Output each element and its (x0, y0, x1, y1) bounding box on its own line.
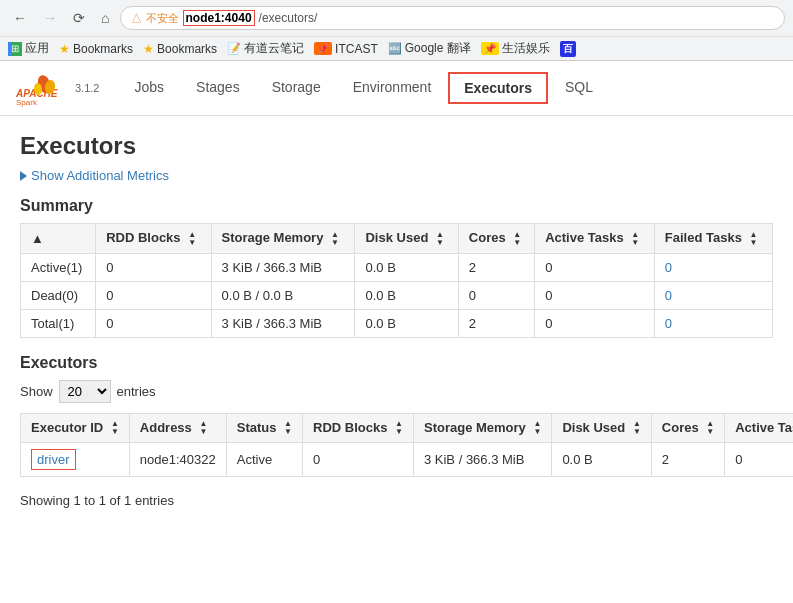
col-cores[interactable]: Cores ▲▼ (651, 413, 724, 443)
executor-id-link[interactable]: driver (31, 449, 76, 470)
executor-row: driver node1:40322 Active 0 3 KiB / 366.… (21, 443, 794, 477)
row-cores: 2 (458, 309, 534, 337)
row-storage: 3 KiB / 366.3 MiB (211, 309, 355, 337)
col-storage-label: Storage Memory (222, 230, 324, 245)
nav-environment[interactable]: Environment (338, 72, 447, 104)
bookmark-google-translate[interactable]: 🔤 Google 翻译 (388, 40, 471, 57)
bookmark-itcast[interactable]: 📌 ITCAST (314, 42, 378, 56)
security-warning: △ 不安全 (131, 11, 178, 26)
summary-col-storage[interactable]: Storage Memory ▲▼ (211, 224, 355, 254)
summary-row-total: Total(1) 0 3 KiB / 366.3 MiB 0.0 B 2 0 0 (21, 309, 773, 337)
bookmark-label: 有道云笔记 (244, 40, 304, 57)
bookmark-label: Google 翻译 (405, 40, 471, 57)
bookmark-label: ITCAST (335, 42, 378, 56)
executor-status: Active (226, 443, 302, 477)
executors-table: Executor ID ▲▼ Address ▲▼ Status ▲▼ RDD … (20, 413, 793, 478)
bookmark-bm2[interactable]: ★ Bookmarks (143, 42, 217, 56)
executor-id-cell[interactable]: driver (21, 443, 130, 477)
nav-stages[interactable]: Stages (181, 72, 255, 104)
executor-disk: 0.0 B (552, 443, 651, 477)
summary-col-cores[interactable]: Cores ▲▼ (458, 224, 534, 254)
row-label: Active(1) (21, 253, 96, 281)
row-failed-tasks: 0 (654, 309, 772, 337)
forward-button[interactable]: → (38, 8, 62, 28)
address-bar[interactable]: △ 不安全 node1:4040 /executors/ (120, 6, 785, 30)
spark-version: 3.1.2 (75, 82, 99, 94)
summary-col-active[interactable]: Active Tasks ▲▼ (535, 224, 655, 254)
bookmark-baidu[interactable]: 百 (560, 41, 576, 57)
col-address-label: Address (140, 420, 192, 435)
bookmarks-bar: ⊞ 应用 ★ Bookmarks ★ Bookmarks 📝 有道云笔记 📌 I… (0, 36, 793, 60)
row-failed-tasks: 0 (654, 253, 772, 281)
browser-chrome: ← → ⟳ ⌂ △ 不安全 node1:4040 /executors/ ⊞ 应… (0, 0, 793, 61)
entries-select[interactable]: 20 50 100 (59, 380, 111, 403)
summary-col-disk[interactable]: Disk Used ▲▼ (355, 224, 458, 254)
col-active-label: Active Tasks (735, 420, 793, 435)
bookmark-youdao[interactable]: 📝 有道云笔记 (227, 40, 304, 57)
summary-row-dead: Dead(0) 0 0.0 B / 0.0 B 0.0 B 0 0 0 (21, 281, 773, 309)
col-rdd-blocks[interactable]: RDD Blocks ▲▼ (303, 413, 414, 443)
sort-arrows-active: ▲▼ (631, 231, 639, 247)
col-status[interactable]: Status ▲▼ (226, 413, 302, 443)
spark-logo: APACHE Spark 3.1.2 (16, 69, 99, 107)
row-active-tasks: 0 (535, 309, 655, 337)
nav-executors[interactable]: Executors (448, 72, 548, 104)
bookmark-bm1[interactable]: ★ Bookmarks (59, 42, 133, 56)
row-cores: 2 (458, 253, 534, 281)
bookmark-label: 生活娱乐 (502, 40, 550, 57)
col-disk-used[interactable]: Disk Used ▲▼ (552, 413, 651, 443)
row-disk: 0.0 B (355, 309, 458, 337)
row-failed-tasks: 0 (654, 281, 772, 309)
svg-text:Spark: Spark (16, 98, 38, 107)
summary-table: ▲ RDD Blocks ▲▼ Storage Memory ▲▼ Disk U… (20, 223, 773, 338)
row-cores: 0 (458, 281, 534, 309)
executors-section: Executors Show 20 50 100 entries Executo… (20, 354, 773, 509)
show-additional-metrics-link[interactable]: Show Additional Metrics (20, 168, 169, 183)
col-storage-memory[interactable]: Storage Memory ▲▼ (413, 413, 551, 443)
bookmark-apps[interactable]: ⊞ 应用 (8, 40, 49, 57)
sort-arrows-cores-exec: ▲▼ (706, 420, 714, 436)
executor-storage: 3 KiB / 366.3 MiB (413, 443, 551, 477)
sort-arrows-disk: ▲▼ (436, 231, 444, 247)
col-active-tasks[interactable]: Active Tasks ▲▼ (725, 413, 793, 443)
row-disk: 0.0 B (355, 253, 458, 281)
summary-col-rdd[interactable]: RDD Blocks ▲▼ (96, 224, 211, 254)
col-executor-id[interactable]: Executor ID ▲▼ (21, 413, 130, 443)
summary-title: Summary (20, 197, 773, 215)
row-rdd: 0 (96, 281, 211, 309)
summary-col-failed[interactable]: Failed Tasks ▲▼ (654, 224, 772, 254)
executor-cores: 2 (651, 443, 724, 477)
summary-row-active: Active(1) 0 3 KiB / 366.3 MiB 0.0 B 2 0 … (21, 253, 773, 281)
row-rdd: 0 (96, 309, 211, 337)
executor-rdd: 0 (303, 443, 414, 477)
summary-header-row: ▲ RDD Blocks ▲▼ Storage Memory ▲▼ Disk U… (21, 224, 773, 254)
row-disk: 0.0 B (355, 281, 458, 309)
row-storage: 3 KiB / 366.3 MiB (211, 253, 355, 281)
summary-col-label[interactable]: ▲ (21, 224, 96, 254)
sort-arrows-status: ▲▼ (284, 420, 292, 436)
show-entries-control: Show 20 50 100 entries (20, 380, 773, 403)
bookmark-label: 应用 (25, 40, 49, 57)
bookmark-entertainment[interactable]: 📌 生活娱乐 (481, 40, 550, 57)
col-rdd-label: RDD Blocks (106, 230, 180, 245)
col-storage-label: Storage Memory (424, 420, 526, 435)
spark-logo-svg: APACHE Spark (16, 69, 71, 107)
sort-arrows-rdd: ▲▼ (395, 420, 403, 436)
sort-arrows: ▲▼ (188, 231, 196, 247)
sort-arrows-address: ▲▼ (199, 420, 207, 436)
bookmark-label: Bookmarks (157, 42, 217, 56)
sort-arrows-storage-mem: ▲▼ (533, 420, 541, 436)
nav-storage[interactable]: Storage (257, 72, 336, 104)
triangle-icon (20, 171, 27, 181)
row-label: Dead(0) (21, 281, 96, 309)
home-button[interactable]: ⌂ (96, 8, 114, 28)
nav-sql[interactable]: SQL (550, 72, 608, 104)
col-address[interactable]: Address ▲▼ (129, 413, 226, 443)
executors-section-title: Executors (20, 354, 773, 372)
nav-jobs[interactable]: Jobs (119, 72, 179, 104)
back-button[interactable]: ← (8, 8, 32, 28)
row-active-tasks: 0 (535, 281, 655, 309)
nav-links: Jobs Stages Storage Environment Executor… (119, 72, 608, 104)
col-disk-label: Disk Used (562, 420, 625, 435)
reload-button[interactable]: ⟳ (68, 8, 90, 28)
